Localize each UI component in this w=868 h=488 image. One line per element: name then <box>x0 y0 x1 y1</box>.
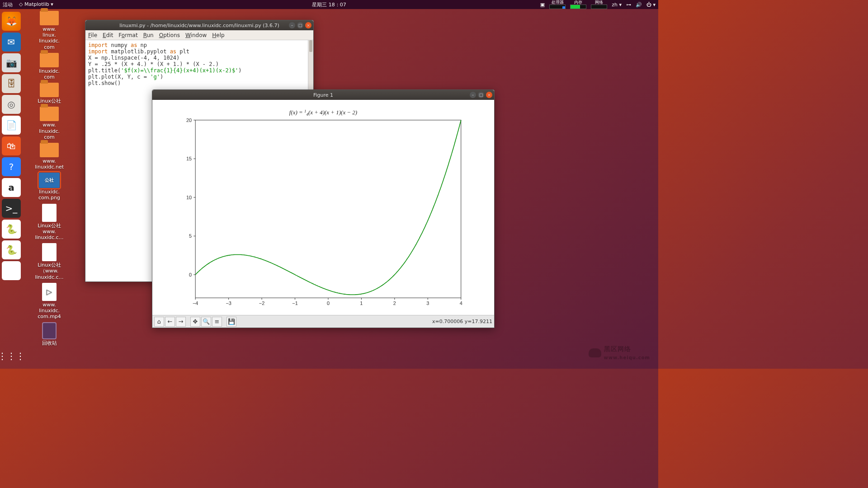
svg-text:−4: −4 <box>193 300 198 306</box>
desktop-icon[interactable]: www.linuxidc.com <box>24 107 74 140</box>
panel-clock[interactable]: 星期三 18：07 <box>312 1 346 8</box>
activities-button[interactable]: 活动 <box>3 1 13 8</box>
svg-text:−1: −1 <box>292 300 297 306</box>
python-script-icon[interactable]: 🐍 <box>2 240 21 259</box>
desktop-icon[interactable]: www.linuxidc.net <box>24 143 74 170</box>
icon-label: www.linuxidc.net <box>24 158 74 170</box>
writer-icon[interactable]: 📄 <box>2 116 21 135</box>
terminal-icon[interactable]: >_ <box>2 199 21 218</box>
icon-label: Linux公社（www.linuxidc.c… <box>24 262 74 280</box>
plot-title: f(x) = 14(x + 4)(x + 1)(x − 2) <box>289 109 357 117</box>
menu-window[interactable]: Window <box>185 32 207 38</box>
pan-icon[interactable]: ✥ <box>190 317 200 327</box>
menu-file[interactable]: File <box>88 32 97 38</box>
home-icon[interactable]: ⌂ <box>154 317 164 327</box>
net-indicator[interactable]: 网络 <box>591 0 607 9</box>
menu-format[interactable]: Format <box>118 32 137 38</box>
figure-title: Figure 1 <box>313 92 333 98</box>
svg-text:−3: −3 <box>226 300 231 306</box>
x-ticks: −4−3−2−101234 <box>193 298 462 306</box>
file-icon <box>42 204 57 222</box>
launcher-dock: 🦊 ✉ 📷 🗄 ◎ 📄 🛍 ? a >_ 🐍 🐍 ✳ ⋮⋮⋮ <box>0 9 23 369</box>
cursor-coords: x=0.700006 y=17.9211 <box>432 319 492 324</box>
desktop-icon[interactable]: 回收站 <box>24 322 74 346</box>
python-file-icon[interactable]: 🐍 <box>2 220 21 239</box>
trash-icon <box>42 322 57 339</box>
app-menu[interactable]: ◇ Matplotlib ▾ <box>19 1 53 8</box>
icon-label: linuxidc.com <box>24 68 74 80</box>
y-ticks: 05101520 <box>186 117 195 277</box>
plot-svg: f(x) = 14(x + 4)(x + 1)(x − 2) −4−3−2−10… <box>152 100 494 315</box>
svg-text:0: 0 <box>327 300 330 306</box>
desktop-icon[interactable]: Linux公社（www.linuxidc.c… <box>24 243 74 280</box>
help-icon[interactable]: ? <box>2 157 21 176</box>
editor-titlebar[interactable]: linuxmi.py - /home/linuxidc/www.linuxidc… <box>85 20 313 30</box>
folder-icon <box>40 53 59 67</box>
rhythmbox-icon[interactable]: ◎ <box>2 95 21 114</box>
editor-title: linuxmi.py - /home/linuxidc/www.linuxidc… <box>119 23 279 28</box>
plot-frame <box>195 120 461 298</box>
close-button[interactable]: × <box>486 92 492 98</box>
menu-edit[interactable]: Edit <box>103 32 113 38</box>
icon-label: Linux公社www.linuxidc.c… <box>24 223 74 241</box>
svg-text:2: 2 <box>393 300 396 306</box>
desktop-icon[interactable]: ▷www.linuxidc.com.mp4 <box>24 283 74 320</box>
thunderbird-icon[interactable]: ✉ <box>2 33 21 52</box>
figure-titlebar[interactable]: Figure 1 – □ × <box>152 90 494 100</box>
screenshot-app-icon[interactable]: 📷 <box>2 53 21 72</box>
maximize-button[interactable]: □ <box>478 92 484 98</box>
minimize-button[interactable]: – <box>289 22 295 28</box>
menu-help[interactable]: Help <box>212 32 224 38</box>
folder-icon <box>40 143 59 157</box>
icon-label: www.linuxidc.com.mp4 <box>24 302 74 320</box>
image-thumbnail: 公社 <box>39 173 60 188</box>
watermark: 黑区网络www.heiqu.com <box>589 345 651 361</box>
icon-label: linuxidc.com.png <box>24 189 74 201</box>
desktop-icon[interactable]: Linux公社 <box>24 83 74 104</box>
svg-text:15: 15 <box>186 156 192 161</box>
icon-label: Linux公社 <box>24 98 74 104</box>
folder-icon <box>40 107 59 121</box>
icon-label: 回收站 <box>24 340 74 346</box>
mem-indicator[interactable]: 内存 <box>570 0 586 9</box>
file-icon: ▷ <box>42 283 57 301</box>
matplotlib-icon[interactable]: ✳ <box>2 261 21 280</box>
zoom-icon[interactable]: 🔍 <box>201 317 211 327</box>
save-icon[interactable]: 💾 <box>226 317 236 327</box>
plot-line <box>195 120 461 295</box>
svg-text:4: 4 <box>460 300 462 306</box>
screenshot-indicator: ▣ <box>540 2 545 8</box>
icon-label: www.linuxidc.com <box>24 122 74 140</box>
desktop-icon[interactable]: www.linux.linuxidc.com <box>24 11 74 50</box>
show-applications[interactable]: ⋮⋮⋮ <box>0 351 25 361</box>
menu-run[interactable]: Run <box>143 32 154 38</box>
network-icon[interactable]: ⊶ <box>626 2 631 8</box>
editor-menubar: File Edit Format Run Options Window Help <box>85 30 313 40</box>
amazon-icon[interactable]: a <box>2 178 21 197</box>
watermark-logo <box>589 348 601 357</box>
close-button[interactable]: × <box>305 22 311 28</box>
svg-text:10: 10 <box>186 195 192 200</box>
power-icon[interactable]: ⏻ ▾ <box>646 2 656 8</box>
minimize-button[interactable]: – <box>470 92 476 98</box>
cpu-indicator[interactable]: 处理器 <box>549 0 566 9</box>
figure-window[interactable]: Figure 1 – □ × f(x) = 14(x + 4)(x + 1)(x… <box>152 89 495 328</box>
desktop-icon[interactable]: Linux公社www.linuxidc.c… <box>24 204 74 241</box>
maximize-button[interactable]: □ <box>297 22 303 28</box>
volume-icon[interactable]: 🔊 <box>636 2 642 8</box>
forward-icon[interactable]: → <box>176 317 186 327</box>
desktop-icon[interactable]: 公社linuxidc.com.png <box>24 173 74 201</box>
icon-label: www.linux.linuxidc.com <box>24 26 74 50</box>
config-icon[interactable]: ≡ <box>212 317 222 327</box>
input-source[interactable]: zh ▾ <box>612 2 622 8</box>
desktop-icon[interactable]: linuxidc.com <box>24 53 74 80</box>
files-icon[interactable]: 🗄 <box>2 74 21 93</box>
svg-text:5: 5 <box>189 233 192 239</box>
software-icon[interactable]: 🛍 <box>2 136 21 155</box>
back-icon[interactable]: ← <box>165 317 175 327</box>
top-panel: 活动 ◇ Matplotlib ▾ 星期三 18：07 ▣ 处理器 内存 网络 … <box>0 0 658 9</box>
svg-text:3: 3 <box>426 300 429 306</box>
figure-canvas[interactable]: f(x) = 14(x + 4)(x + 1)(x − 2) −4−3−2−10… <box>152 100 494 315</box>
firefox-icon[interactable]: 🦊 <box>2 12 21 31</box>
menu-options[interactable]: Options <box>159 32 180 38</box>
